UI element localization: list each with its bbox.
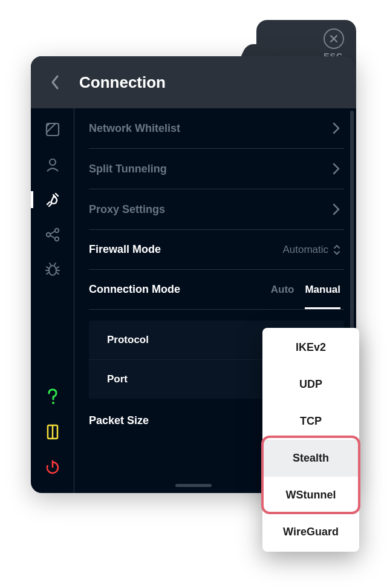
firewall-mode-value[interactable]: Automatic — [282, 244, 340, 256]
chevron-right-icon — [332, 162, 340, 175]
dropdown-item-udp[interactable]: UDP — [262, 366, 359, 403]
svg-point-7 — [49, 266, 56, 275]
panel-header: Connection — [31, 56, 356, 108]
general-icon[interactable] — [39, 116, 66, 143]
protocol-dropdown: IKEv2 UDP TCP Stealth WStunnel WireGuard — [262, 328, 359, 552]
connection-icon[interactable] — [39, 186, 66, 213]
row-label: Proxy Settings — [89, 203, 165, 216]
row-label: Firewall Mode — [89, 243, 161, 256]
chevron-left-icon — [50, 74, 60, 91]
page-title: Connection — [79, 73, 166, 92]
row-label: Port — [107, 373, 128, 385]
svg-point-6 — [54, 237, 58, 241]
row-network-whitelist[interactable]: Network Whitelist — [89, 108, 344, 149]
row-firewall-mode[interactable]: Firewall Mode Automatic — [89, 230, 344, 270]
row-connection-mode: Connection Mode Auto Manual — [89, 270, 344, 310]
dropdown-item-ikev2[interactable]: IKEv2 — [262, 329, 359, 366]
dropdown-item-stealth[interactable]: Stealth — [262, 440, 359, 477]
connection-mode-toggle: Auto Manual — [271, 284, 340, 296]
chevron-right-icon — [332, 203, 340, 216]
help-icon[interactable] — [39, 384, 66, 410]
share-icon[interactable] — [39, 221, 66, 248]
row-label: Connection Mode — [89, 283, 180, 296]
dropdown-item-tcp[interactable]: TCP — [262, 403, 359, 440]
row-label: Protocol — [107, 334, 149, 346]
mode-manual[interactable]: Manual — [305, 284, 340, 296]
close-button[interactable] — [324, 28, 344, 49]
row-label: Network Whitelist — [89, 122, 180, 135]
row-split-tunneling[interactable]: Split Tunneling — [89, 149, 344, 189]
power-icon[interactable] — [39, 454, 66, 480]
updown-icon — [333, 244, 340, 255]
close-icon — [329, 34, 339, 44]
resize-handle[interactable] — [175, 484, 212, 487]
settings-sidebar — [31, 108, 74, 493]
back-button[interactable] — [43, 70, 67, 94]
mode-auto[interactable]: Auto — [271, 284, 294, 296]
svg-point-8 — [52, 402, 54, 404]
row-label: Split Tunneling — [89, 163, 167, 175]
debug-icon[interactable] — [39, 256, 66, 283]
news-icon[interactable] — [39, 419, 66, 445]
account-icon[interactable] — [39, 151, 66, 178]
svg-line-3 — [56, 194, 58, 196]
row-proxy-settings[interactable]: Proxy Settings — [89, 189, 344, 230]
chevron-right-icon — [332, 122, 340, 135]
svg-point-1 — [50, 159, 56, 165]
row-label: Packet Size — [89, 414, 149, 427]
svg-point-5 — [54, 229, 58, 232]
dropdown-item-wstunnel[interactable]: WStunnel — [262, 477, 359, 514]
svg-point-4 — [46, 233, 50, 237]
dropdown-item-wireguard[interactable]: WireGuard — [262, 514, 359, 550]
